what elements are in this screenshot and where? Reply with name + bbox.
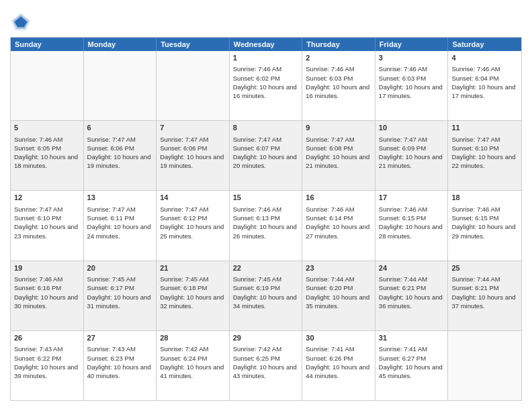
day-info: Sunrise: 7:47 AM — [87, 135, 153, 144]
day-info: Daylight: 10 hours and 23 minutes. — [14, 222, 80, 240]
day-info: Sunset: 6:26 PM — [306, 354, 371, 363]
day-info: Sunset: 6:14 PM — [306, 214, 371, 222]
calendar-cell: 11Sunrise: 7:47 AMSunset: 6:10 PMDayligh… — [448, 121, 521, 190]
calendar-cell: 2Sunrise: 7:46 AMSunset: 6:03 PMDaylight… — [302, 51, 375, 120]
calendar-cell: 10Sunrise: 7:47 AMSunset: 6:09 PMDayligh… — [375, 121, 449, 190]
day-info: Sunset: 6:24 PM — [160, 354, 226, 363]
day-info: Sunrise: 7:46 AM — [451, 205, 518, 214]
day-header-sunday: Sunday — [11, 38, 84, 51]
day-number: 15 — [233, 193, 299, 203]
calendar-cell: 6Sunrise: 7:47 AMSunset: 6:06 PMDaylight… — [84, 121, 157, 190]
day-info: Sunset: 6:03 PM — [379, 74, 445, 83]
calendar-cell: 29Sunrise: 7:42 AMSunset: 6:25 PMDayligh… — [230, 331, 303, 400]
day-info: Sunrise: 7:47 AM — [306, 135, 371, 144]
day-info: Daylight: 10 hours and 16 minutes. — [306, 83, 371, 101]
day-info: Sunset: 6:20 PM — [306, 283, 371, 292]
day-info: Sunset: 6:16 PM — [14, 283, 80, 292]
day-info: Sunrise: 7:46 AM — [451, 64, 518, 73]
day-info: Sunrise: 7:47 AM — [160, 135, 226, 144]
day-info: Daylight: 10 hours and 36 minutes. — [379, 293, 445, 311]
day-info: Daylight: 10 hours and 26 minutes. — [233, 222, 299, 240]
day-info: Sunset: 6:15 PM — [379, 214, 445, 222]
day-info: Daylight: 10 hours and 18 minutes. — [14, 152, 80, 171]
day-info: Sunset: 6:18 PM — [160, 283, 226, 292]
day-info: Daylight: 10 hours and 25 minutes. — [160, 222, 226, 240]
day-info: Daylight: 10 hours and 30 minutes. — [14, 293, 80, 311]
calendar-cell: 1Sunrise: 7:46 AMSunset: 6:02 PMDaylight… — [230, 51, 303, 120]
day-number: 22 — [233, 263, 299, 273]
day-info: Sunrise: 7:42 AM — [160, 345, 226, 353]
calendar-cell: 30Sunrise: 7:41 AMSunset: 6:26 PMDayligh… — [302, 331, 375, 400]
day-info: Sunrise: 7:44 AM — [306, 275, 371, 283]
day-number: 6 — [87, 123, 153, 133]
day-info: Sunset: 6:05 PM — [14, 144, 80, 152]
logo-icon — [10, 10, 32, 32]
day-number: 9 — [306, 123, 371, 133]
day-number: 5 — [14, 123, 80, 133]
day-info: Daylight: 10 hours and 19 minutes. — [87, 152, 153, 171]
calendar-cell: 7Sunrise: 7:47 AMSunset: 6:06 PMDaylight… — [157, 121, 230, 190]
day-info: Sunset: 6:04 PM — [451, 74, 518, 83]
day-number: 13 — [87, 193, 153, 203]
day-info: Sunset: 6:10 PM — [451, 144, 518, 152]
calendar-week-1: 1Sunrise: 7:46 AMSunset: 6:02 PMDaylight… — [11, 51, 521, 121]
day-info: Sunset: 6:06 PM — [160, 144, 226, 152]
calendar-cell: 12Sunrise: 7:47 AMSunset: 6:10 PMDayligh… — [11, 191, 84, 260]
day-header-monday: Monday — [84, 38, 157, 51]
day-number: 3 — [379, 53, 445, 63]
day-info: Sunrise: 7:42 AM — [233, 345, 299, 353]
calendar-cell: 14Sunrise: 7:47 AMSunset: 6:12 PMDayligh… — [157, 191, 230, 260]
calendar-cell: 23Sunrise: 7:44 AMSunset: 6:20 PMDayligh… — [302, 261, 375, 330]
day-info: Sunset: 6:06 PM — [87, 144, 153, 152]
day-number: 20 — [87, 263, 153, 273]
calendar-cell: 31Sunrise: 7:41 AMSunset: 6:27 PMDayligh… — [375, 331, 449, 400]
day-number: 11 — [451, 123, 518, 133]
calendar-cell: 5Sunrise: 7:46 AMSunset: 6:05 PMDaylight… — [11, 121, 84, 190]
day-number: 31 — [379, 333, 445, 343]
calendar-cell: 28Sunrise: 7:42 AMSunset: 6:24 PMDayligh… — [157, 331, 230, 400]
day-info: Daylight: 10 hours and 17 minutes. — [451, 83, 518, 101]
day-header-thursday: Thursday — [302, 38, 375, 51]
day-info: Daylight: 10 hours and 41 minutes. — [160, 363, 226, 381]
calendar-cell: 21Sunrise: 7:45 AMSunset: 6:18 PMDayligh… — [157, 261, 230, 330]
day-number: 2 — [306, 53, 371, 63]
calendar-cell: 16Sunrise: 7:46 AMSunset: 6:14 PMDayligh… — [302, 191, 375, 260]
day-number: 19 — [14, 263, 80, 273]
day-info: Sunrise: 7:43 AM — [87, 345, 153, 353]
day-info: Daylight: 10 hours and 35 minutes. — [306, 293, 371, 311]
day-info: Sunrise: 7:45 AM — [87, 275, 153, 283]
day-header-tuesday: Tuesday — [157, 38, 230, 51]
day-info: Daylight: 10 hours and 34 minutes. — [233, 293, 299, 311]
day-info: Sunset: 6:19 PM — [233, 283, 299, 292]
calendar-cell: 26Sunrise: 7:43 AMSunset: 6:22 PMDayligh… — [11, 331, 84, 400]
calendar-cell: 17Sunrise: 7:46 AMSunset: 6:15 PMDayligh… — [375, 191, 449, 260]
day-info: Sunset: 6:10 PM — [14, 214, 80, 222]
day-info: Sunrise: 7:47 AM — [379, 135, 445, 144]
day-info: Sunset: 6:21 PM — [451, 283, 518, 292]
day-info: Daylight: 10 hours and 21 minutes. — [306, 152, 371, 171]
day-number: 30 — [306, 333, 371, 343]
day-info: Sunset: 6:15 PM — [451, 214, 518, 222]
day-info: Sunset: 6:23 PM — [87, 354, 153, 363]
day-info: Sunrise: 7:46 AM — [14, 135, 80, 144]
day-info: Daylight: 10 hours and 24 minutes. — [87, 222, 153, 240]
day-number: 1 — [233, 53, 299, 63]
day-info: Sunrise: 7:47 AM — [233, 135, 299, 144]
calendar-cell: 4Sunrise: 7:46 AMSunset: 6:04 PMDaylight… — [448, 51, 521, 120]
day-number: 23 — [306, 263, 371, 273]
day-info: Sunrise: 7:46 AM — [14, 275, 80, 283]
day-header-friday: Friday — [375, 38, 449, 51]
day-info: Daylight: 10 hours and 43 minutes. — [233, 363, 299, 381]
calendar-cell — [84, 51, 157, 120]
day-header-wednesday: Wednesday — [230, 38, 303, 51]
day-info: Sunset: 6:09 PM — [379, 144, 445, 152]
calendar-cell: 13Sunrise: 7:47 AMSunset: 6:11 PMDayligh… — [84, 191, 157, 260]
day-info: Daylight: 10 hours and 27 minutes. — [306, 222, 371, 240]
day-info: Sunset: 6:21 PM — [379, 283, 445, 292]
calendar-cell: 19Sunrise: 7:46 AMSunset: 6:16 PMDayligh… — [11, 261, 84, 330]
day-info: Sunset: 6:12 PM — [160, 214, 226, 222]
calendar-cell: 22Sunrise: 7:45 AMSunset: 6:19 PMDayligh… — [230, 261, 303, 330]
day-info: Daylight: 10 hours and 22 minutes. — [451, 152, 518, 171]
day-info: Sunset: 6:27 PM — [379, 354, 445, 363]
day-number: 29 — [233, 333, 299, 343]
